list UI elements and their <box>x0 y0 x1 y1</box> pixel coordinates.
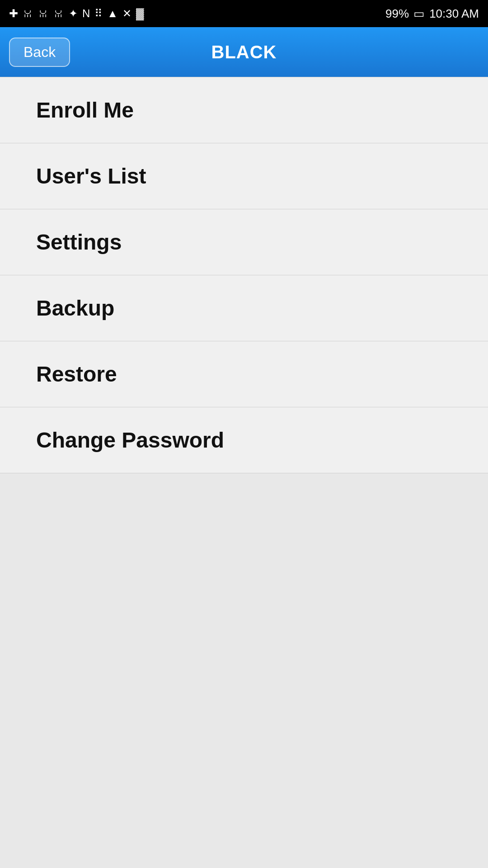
menu-item-restore[interactable]: Restore <box>0 341 488 407</box>
menu-item-label: Change Password <box>36 428 224 453</box>
x-icon: ✕ <box>122 7 131 20</box>
time: 10:30 AM <box>429 7 479 21</box>
social-icon-2: ꈍ <box>38 7 49 20</box>
menu-item-label: Settings <box>36 230 122 255</box>
menu-item-change-password[interactable]: Change Password <box>0 407 488 473</box>
menu-item-label: User's List <box>36 164 146 189</box>
vibrate-icon: ⠿ <box>94 7 103 20</box>
menu-item-settings[interactable]: Settings <box>0 209 488 275</box>
menu-item-users-list[interactable]: User's List <box>0 143 488 209</box>
signal-icon: ▓ <box>136 7 144 20</box>
social-icon-3: ꈍ <box>53 7 64 20</box>
menu-item-label: Enroll Me <box>36 98 134 123</box>
status-bar-right: 99% ▭ 10:30 AM <box>385 7 479 21</box>
menu-item-backup[interactable]: Backup <box>0 275 488 341</box>
nfc-icon: N <box>82 7 90 20</box>
back-button[interactable]: Back <box>9 38 70 67</box>
social-icon-1: ꈍ <box>23 7 33 20</box>
nav-bar: Back BLACK <box>0 27 488 77</box>
add-icon: ✚ <box>9 7 18 20</box>
battery-percentage: 99% <box>385 7 409 21</box>
menu-item-label: Restore <box>36 362 117 387</box>
bluetooth-icon: ✦ <box>69 7 78 20</box>
menu-item-label: Backup <box>36 296 114 321</box>
menu-list: Enroll Me User's List Settings Backup Re… <box>0 77 488 473</box>
menu-item-enroll-me[interactable]: Enroll Me <box>0 77 488 143</box>
battery-icon: ▭ <box>413 7 425 21</box>
page-title: BLACK <box>211 42 277 62</box>
wifi-icon: ▲ <box>107 7 118 20</box>
status-bar-left: ✚ ꈍ ꈍ ꈍ ✦ N ⠿ ▲ ✕ ▓ <box>9 7 144 20</box>
status-bar: ✚ ꈍ ꈍ ꈍ ✦ N ⠿ ▲ ✕ ▓ 99% ▭ 10:30 AM <box>0 0 488 27</box>
